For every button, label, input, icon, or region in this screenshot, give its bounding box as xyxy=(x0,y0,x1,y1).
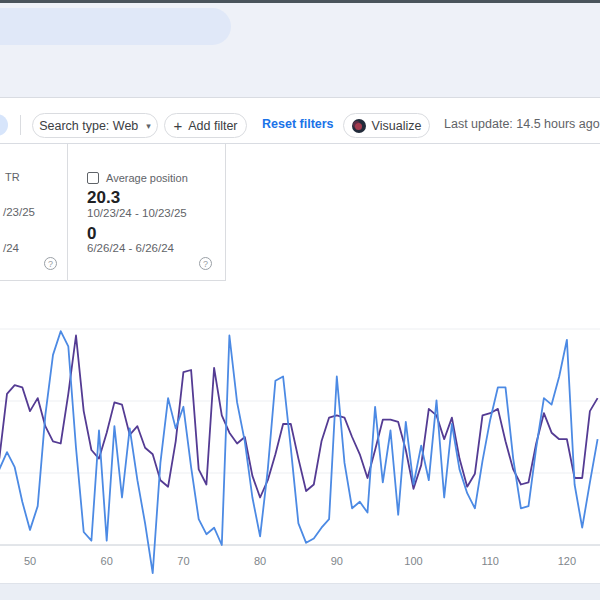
metric-label-fragment: TR xyxy=(5,171,20,183)
x-axis-tick-label: 120 xyxy=(558,555,576,567)
x-axis-tick-label: 110 xyxy=(481,555,499,567)
chevron-down-icon: ▾ xyxy=(146,121,151,131)
visualize-label: Visualize xyxy=(372,119,422,133)
x-axis-tick-label: 90 xyxy=(331,555,343,567)
metric-card-average-ctr-partial[interactable]: TR /23/25 /24 ? xyxy=(0,144,68,281)
add-filter-button[interactable]: + Add filter xyxy=(164,113,247,138)
average-position-value-previous: 0 xyxy=(87,224,96,244)
help-icon[interactable]: ? xyxy=(44,257,57,270)
performance-chart: 5060708090100110120 xyxy=(0,281,600,583)
last-update-text: Last update: 14.5 hours ago xyxy=(444,117,600,131)
x-axis-tick-label: 50 xyxy=(24,555,36,567)
toolbar-divider xyxy=(20,115,21,135)
visualize-button[interactable]: Visualize xyxy=(343,113,430,138)
performance-chart-area[interactable]: 5060708090100110120 xyxy=(0,281,600,583)
bottom-strip xyxy=(0,583,600,600)
plus-icon: + xyxy=(173,117,182,134)
help-icon[interactable]: ? xyxy=(199,257,212,270)
average-position-checkbox[interactable] xyxy=(87,172,99,184)
filter-toolbar: Search type: Web ▾ + Add filter Reset fi… xyxy=(0,99,600,143)
average-position-value-current: 20.3 xyxy=(87,188,120,208)
average-position-label: Average position xyxy=(106,172,188,184)
visualize-sphere-icon xyxy=(352,119,366,133)
search-console-performance-page: Search type: Web ▾ + Add filter Reset fi… xyxy=(0,0,600,600)
x-axis-tick-label: 80 xyxy=(254,555,266,567)
metric-range2-fragment: /24 xyxy=(3,242,19,254)
x-axis-tick-label: 60 xyxy=(101,555,113,567)
average-position-range-previous: 6/26/24 - 6/26/24 xyxy=(87,242,174,254)
average-position-range-current: 10/23/24 - 10/23/25 xyxy=(87,207,187,219)
x-axis-tick-label: 70 xyxy=(177,555,189,567)
search-type-dropdown[interactable]: Search type: Web ▾ xyxy=(32,113,158,138)
date-filter-chip-partial[interactable] xyxy=(0,114,8,136)
metric-range1-fragment: /23/25 xyxy=(3,206,35,218)
search-type-label: Search type: Web xyxy=(39,119,138,133)
x-axis-tick-label: 100 xyxy=(404,555,422,567)
property-search-bar[interactable] xyxy=(0,8,231,45)
add-filter-label: Add filter xyxy=(188,119,237,133)
page-header xyxy=(0,3,600,98)
reset-filters-link[interactable]: Reset filters xyxy=(262,117,334,131)
metric-card-average-position[interactable]: Average position 20.3 10/23/24 - 10/23/2… xyxy=(68,144,226,281)
